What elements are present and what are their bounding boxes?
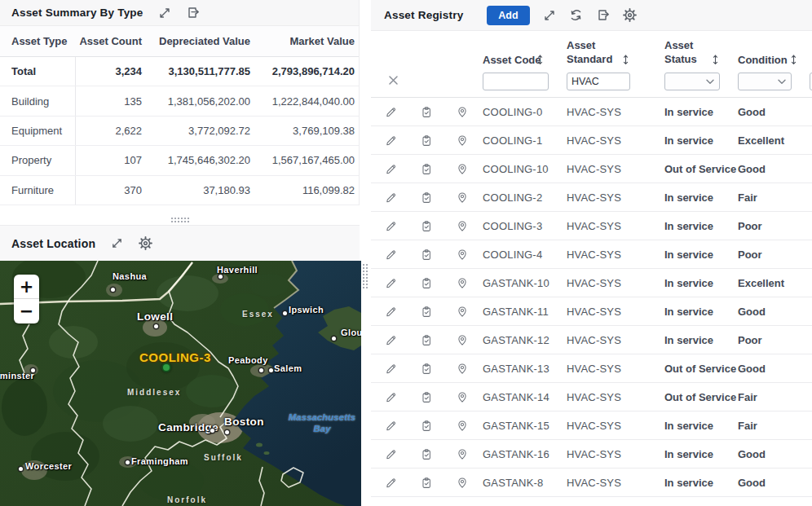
cell-asset-standard: HVAC-SYS bbox=[567, 163, 664, 175]
sort-icon[interactable] bbox=[622, 54, 629, 69]
clipboard-check-icon[interactable] bbox=[421, 448, 432, 460]
clipboard-check-icon[interactable] bbox=[421, 477, 432, 489]
cell-asset-status: Out of Service bbox=[664, 391, 738, 403]
edit-pencil-icon[interactable] bbox=[385, 277, 396, 289]
asset-code-filter-input[interactable] bbox=[483, 73, 549, 90]
cell-asset-status: In service bbox=[664, 220, 738, 232]
registry-table-row[interactable]: COOLING-0 HVAC-SYS In service Good bbox=[371, 98, 812, 126]
location-pin-icon[interactable] bbox=[457, 220, 468, 232]
refresh-icon[interactable] bbox=[569, 8, 584, 23]
location-pin-icon[interactable] bbox=[457, 163, 468, 175]
location-pin-icon[interactable] bbox=[457, 134, 468, 147]
registry-table-row[interactable]: GASTANK-10 HVAC-SYS In service Excellent bbox=[371, 269, 812, 297]
edit-pencil-icon[interactable] bbox=[385, 448, 396, 460]
edit-pencil-icon[interactable] bbox=[385, 306, 396, 318]
location-pin-icon[interactable] bbox=[457, 448, 468, 460]
clipboard-check-icon[interactable] bbox=[421, 420, 432, 432]
row-actions bbox=[371, 306, 483, 318]
clipboard-check-icon[interactable] bbox=[421, 163, 432, 175]
zoom-out-button[interactable]: − bbox=[14, 299, 39, 323]
location-pin-icon[interactable] bbox=[457, 420, 468, 432]
expand-icon[interactable] bbox=[157, 6, 172, 20]
edit-pencil-icon[interactable] bbox=[385, 420, 396, 432]
edit-pencil-icon[interactable] bbox=[385, 477, 396, 489]
registry-table-row[interactable]: GASTANK-15 HVAC-SYS In service Fair bbox=[371, 411, 812, 440]
column-header-condition[interactable]: Condition bbox=[738, 53, 788, 67]
export-icon[interactable] bbox=[596, 8, 611, 23]
edit-pencil-icon[interactable] bbox=[385, 191, 396, 204]
row-actions bbox=[371, 106, 483, 118]
chevron-down-icon bbox=[706, 79, 714, 85]
location-pin-icon[interactable] bbox=[457, 334, 468, 346]
summary-col-asset-count: Asset Count bbox=[76, 35, 147, 47]
clipboard-check-icon[interactable] bbox=[421, 391, 432, 403]
sort-icon[interactable] bbox=[790, 54, 797, 69]
cell-condition: Poor bbox=[738, 334, 812, 346]
cell-condition: Fair bbox=[738, 191, 812, 204]
sort-icon[interactable] bbox=[712, 54, 719, 69]
clipboard-check-icon[interactable] bbox=[421, 249, 432, 261]
zoom-in-button[interactable]: + bbox=[14, 275, 39, 299]
registry-table-row[interactable]: GASTANK-16 HVAC-SYS In service Good bbox=[371, 440, 812, 469]
column-header-asset-code[interactable]: Asset Code bbox=[483, 53, 541, 67]
registry-table-row[interactable]: GASTANK-14 HVAC-SYS Out of Service Fair bbox=[371, 383, 812, 411]
clipboard-check-icon[interactable] bbox=[421, 334, 432, 346]
location-pin-icon[interactable] bbox=[457, 477, 468, 489]
summary-table-body: Total 3,234 3,130,511,777.85 2,793,896,7… bbox=[0, 57, 359, 205]
column-header-asset-standard[interactable]: Asset Standard bbox=[567, 38, 620, 66]
location-pin-icon[interactable] bbox=[457, 191, 468, 204]
asset-status-filter-select[interactable] bbox=[664, 73, 720, 90]
edit-pencil-icon[interactable] bbox=[385, 220, 396, 232]
edit-pencil-icon[interactable] bbox=[385, 106, 396, 118]
asset-standard-filter-input[interactable] bbox=[567, 73, 630, 90]
asset-marker-dot[interactable] bbox=[161, 363, 171, 372]
registry-table-row[interactable]: GASTANK-13 HVAC-SYS Out of Service Good bbox=[371, 354, 812, 383]
sort-icon[interactable] bbox=[536, 54, 544, 69]
registry-table-row[interactable]: COOLING-10 HVAC-SYS Out of Service Good bbox=[371, 155, 812, 183]
vertical-splitter[interactable] bbox=[362, 263, 369, 289]
clipboard-check-icon[interactable] bbox=[421, 363, 432, 375]
gear-icon[interactable] bbox=[623, 8, 638, 23]
location-pin-icon[interactable] bbox=[457, 277, 468, 289]
export-icon[interactable] bbox=[186, 6, 201, 20]
map-city-dot bbox=[259, 368, 263, 372]
expand-icon[interactable] bbox=[542, 8, 557, 23]
clipboard-check-icon[interactable] bbox=[421, 277, 432, 289]
clipboard-check-icon[interactable] bbox=[421, 134, 432, 147]
location-pin-icon[interactable] bbox=[457, 363, 468, 375]
map-city-dot bbox=[19, 467, 23, 471]
clear-filters-icon[interactable] bbox=[388, 74, 399, 89]
horizontal-splitter[interactable] bbox=[0, 214, 360, 225]
registry-table-row[interactable]: COOLING-1 HVAC-SYS In service Excellent bbox=[371, 126, 812, 155]
clipboard-check-icon[interactable] bbox=[421, 306, 432, 318]
clipboard-check-icon[interactable] bbox=[421, 220, 432, 232]
cell-asset-standard: HVAC-SYS bbox=[567, 134, 664, 147]
map-city-dot bbox=[111, 288, 115, 292]
asset-location-map[interactable]: NashuaHaverhillLowellIpswichGloucesterPe… bbox=[0, 261, 361, 506]
location-pin-icon[interactable] bbox=[457, 391, 468, 403]
location-pin-icon[interactable] bbox=[457, 106, 468, 118]
location-pin-icon[interactable] bbox=[457, 249, 468, 261]
registry-table-row[interactable]: GASTANK-11 HVAC-SYS In service Good bbox=[371, 297, 812, 326]
condition-filter-select[interactable] bbox=[738, 73, 792, 90]
edit-pencil-icon[interactable] bbox=[385, 334, 396, 346]
edit-pencil-icon[interactable] bbox=[385, 363, 396, 375]
edit-pencil-icon[interactable] bbox=[385, 249, 396, 261]
gear-icon[interactable] bbox=[138, 236, 152, 251]
column-header-asset-status[interactable]: Asset Status bbox=[664, 38, 705, 66]
registry-table-row[interactable]: GASTANK-12 HVAC-SYS In service Poor bbox=[371, 326, 812, 354]
row-actions bbox=[371, 163, 483, 175]
registry-table-row[interactable]: GASTANK-8 HVAC-SYS In service Good bbox=[371, 469, 812, 497]
registry-table-row[interactable]: COOLING-4 HVAC-SYS In service Poor bbox=[371, 240, 812, 269]
location-pin-icon[interactable] bbox=[457, 306, 468, 318]
clipboard-check-icon[interactable] bbox=[421, 106, 432, 118]
registry-table-row[interactable]: COOLING-2 HVAC-SYS In service Fair bbox=[371, 183, 812, 212]
clipboard-check-icon[interactable] bbox=[421, 191, 432, 204]
row-actions bbox=[371, 448, 483, 460]
registry-table-row[interactable]: COOLING-3 HVAC-SYS In service Poor bbox=[371, 212, 812, 240]
edit-pencil-icon[interactable] bbox=[385, 134, 396, 147]
expand-icon[interactable] bbox=[109, 236, 124, 251]
edit-pencil-icon[interactable] bbox=[385, 163, 396, 175]
edit-pencil-icon[interactable] bbox=[385, 391, 396, 403]
add-button[interactable]: Add bbox=[487, 6, 529, 25]
